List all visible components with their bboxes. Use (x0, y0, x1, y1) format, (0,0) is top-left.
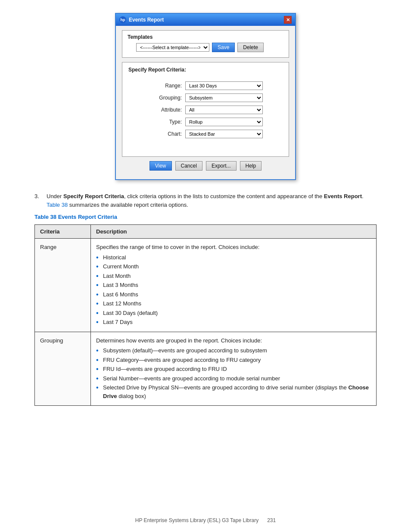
hp-logo-icon: hp (119, 16, 126, 23)
footer-title: HP Enterprise Systems Library (ESL) G3 T… (135, 517, 258, 523)
page-footer: HP Enterprise Systems Library (ESL) G3 T… (0, 517, 411, 523)
list-item: •FRU Id—events are grouped according to … (96, 365, 371, 373)
grouping-bullet-list: •Subsystem (default)—events are grouped … (96, 346, 371, 400)
bullet-icon: • (96, 309, 100, 317)
choose-drive-bold: Choose Drive (103, 384, 369, 399)
list-item: •Last 3 Months (96, 281, 371, 289)
list-item: •Selected Drive by Physical SN—events ar… (96, 383, 371, 400)
list-item: •Last 30 Days (default) (96, 309, 371, 317)
templates-row: <------Select a template------> Save Del… (128, 40, 283, 53)
step3-paragraph: 3. Under Specify Report Criteria, click … (34, 192, 377, 209)
close-button[interactable]: ✕ (284, 16, 292, 24)
list-item: •FRU Category—events are grouped accordi… (96, 356, 371, 364)
list-item: •Last 6 Months (96, 290, 371, 299)
grouping-criteria-cell: Grouping (35, 332, 91, 406)
events-report-bold: Events Report (324, 193, 362, 199)
criteria-form: Range: Last 30 Days Grouping: Subsystem (128, 73, 283, 146)
attribute-row: Attribute: All (154, 106, 283, 114)
dialog-titlebar: hp Events Report ✕ (116, 14, 295, 26)
step-text: Under Specify Report Criteria, click cri… (47, 192, 364, 209)
range-label: Range: (154, 83, 185, 89)
attribute-label: Attribute: (154, 107, 185, 113)
bullet-icon: • (96, 346, 100, 355)
list-item: •Subsystem (default)—events are grouped … (96, 346, 371, 355)
table38-link[interactable]: Table 38 (47, 202, 68, 208)
bullet-icon: • (96, 253, 100, 261)
grouping-intro: Determines how events are grouped in the… (96, 337, 262, 344)
template-select[interactable]: <------Select a template------> (136, 43, 209, 52)
templates-section: Templates <------Select a template------… (122, 30, 289, 58)
bullet-icon: • (96, 262, 100, 271)
bullet-icon: • (96, 374, 100, 383)
dialog-title: Events Report (129, 17, 164, 23)
cancel-button[interactable]: Cancel (175, 161, 202, 171)
events-report-dialog: hp Events Report ✕ Templates <------Sele… (115, 13, 296, 180)
range-bullet-list: •Historical •Current Month •Last Month •… (96, 253, 371, 327)
range-select[interactable]: Last 30 Days (185, 81, 263, 90)
table-title: Table 38 Events Report Criteria (34, 214, 377, 220)
list-item: •Last Month (96, 272, 371, 280)
bullet-icon: • (96, 356, 100, 364)
bullet-icon: • (96, 299, 100, 308)
bullet-icon: • (96, 272, 100, 280)
specify-bold: Specify Report Criteria (63, 193, 124, 199)
step-number: 3. (34, 192, 42, 209)
criteria-legend: Specify Report Criteria: (127, 67, 283, 73)
grouping-label: Grouping: (154, 95, 185, 101)
templates-legend: Templates (126, 34, 283, 40)
type-select[interactable]: Rollup (185, 118, 263, 126)
list-item: •Serial Number—events are grouped accord… (96, 374, 371, 383)
table-row: Grouping Determines how events are group… (35, 332, 377, 406)
bullet-icon: • (96, 383, 100, 392)
delete-button[interactable]: Delete (237, 43, 264, 52)
list-item: •Historical (96, 253, 371, 262)
bullet-icon: • (96, 290, 100, 299)
export-button[interactable]: Export... (206, 161, 237, 171)
bullet-icon: • (96, 365, 100, 373)
chart-row: Chart: Stacked Bar (154, 130, 283, 138)
chart-label: Chart: (154, 131, 185, 137)
list-item: •Last 12 Months (96, 299, 371, 308)
chart-select[interactable]: Stacked Bar (185, 130, 263, 138)
bullet-icon: • (96, 318, 100, 326)
list-item: •Last 7 Days (96, 318, 371, 327)
range-description-cell: Specifies the range of time to cover in … (91, 239, 377, 332)
save-button[interactable]: Save (212, 43, 235, 52)
titlebar-left: hp Events Report (119, 16, 164, 23)
dialog-wrapper: hp Events Report ✕ Templates <------Sele… (34, 13, 377, 180)
dialog-footer: View Cancel Export... Help (122, 157, 289, 173)
help-button[interactable]: Help (240, 161, 262, 171)
col-criteria-header: Criteria (35, 225, 91, 239)
table-header-row: Criteria Description (35, 225, 377, 239)
footer-page: 231 (267, 517, 276, 523)
type-label: Type: (154, 119, 185, 125)
attribute-select[interactable]: All (185, 106, 263, 114)
range-row: Range: Last 30 Days (154, 81, 283, 90)
grouping-row: Grouping: Subsystem (154, 93, 283, 102)
grouping-description-cell: Determines how events are grouped in the… (91, 332, 377, 406)
dialog-body: Templates <------Select a template------… (116, 26, 295, 179)
range-criteria-cell: Range (35, 239, 91, 332)
table-row: Range Specifies the range of time to cov… (35, 239, 377, 332)
col-description-header: Description (91, 225, 377, 239)
grouping-select[interactable]: Subsystem (185, 93, 263, 102)
range-intro: Specifies the range of time to cover in … (96, 244, 259, 250)
criteria-section: Specify Report Criteria: Range: Last 30 … (122, 62, 289, 157)
list-item: •Current Month (96, 262, 371, 271)
criteria-table: Criteria Description Range Specifies the… (34, 224, 377, 406)
bullet-icon: • (96, 281, 100, 289)
type-row: Type: Rollup (154, 118, 283, 126)
view-button[interactable]: View (149, 161, 172, 171)
